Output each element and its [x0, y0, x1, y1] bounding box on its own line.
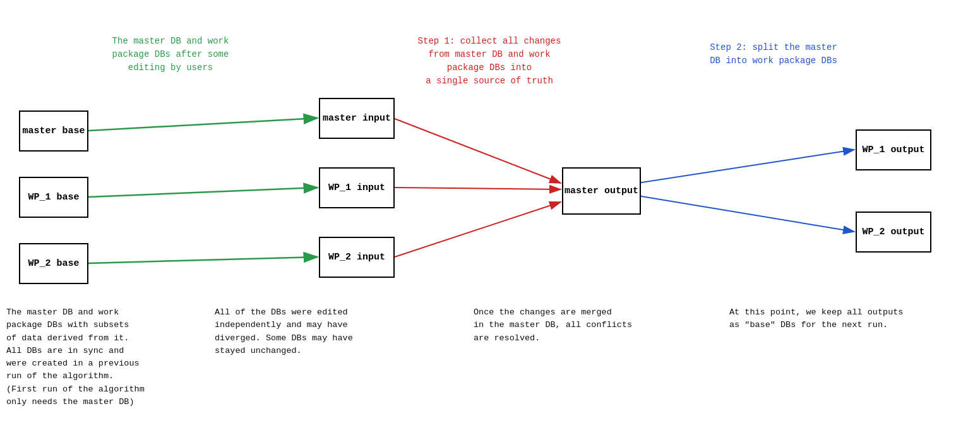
svg-line-3	[88, 118, 318, 131]
svg-line-6	[395, 119, 561, 183]
wp2-output-box: WP_2 output	[856, 212, 931, 253]
annotation-top-red: Step 1: collect all changesfrom master D…	[404, 35, 575, 88]
diagram-container: master base WP_1 base WP_2 base master i…	[0, 0, 980, 435]
wp2-input-box: WP_2 input	[319, 237, 395, 278]
annotation-bottom-right: At this point, we keep all outputsas "ba…	[729, 306, 957, 332]
svg-line-4	[88, 188, 318, 197]
annotation-bottom-left: The master DB and workpackage DBs with s…	[6, 306, 202, 408]
svg-line-5	[88, 257, 318, 263]
wp1-input-box: WP_1 input	[319, 167, 395, 208]
svg-line-7	[395, 188, 561, 189]
master-output-box: master output	[562, 167, 641, 215]
svg-line-10	[638, 196, 854, 232]
master-input-box: master input	[319, 98, 395, 139]
wp1-output-box: WP_1 output	[856, 129, 931, 170]
annotation-top-green: The master DB and workpackage DBs after …	[98, 35, 243, 74]
wp1-base-box: WP_1 base	[19, 177, 88, 218]
master-base-box: master base	[19, 110, 88, 152]
wp2-base-box: WP_2 base	[19, 243, 88, 284]
svg-line-8	[395, 202, 561, 257]
annotation-top-blue: Step 2: split the masterDB into work pac…	[682, 41, 865, 68]
annotation-bottom-mid-left: All of the DBs were editedindependently …	[215, 306, 410, 357]
svg-line-9	[638, 150, 854, 183]
annotation-bottom-mid-right: Once the changes are mergedin the master…	[474, 306, 676, 345]
